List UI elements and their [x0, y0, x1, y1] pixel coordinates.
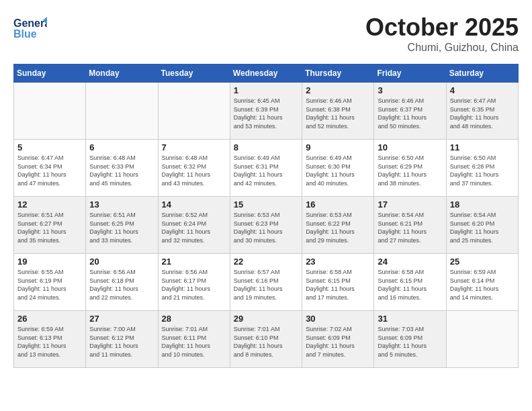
day-number: 30 — [306, 314, 370, 324]
day-info: Sunrise: 7:02 AM Sunset: 6:09 PM Dayligh… — [306, 325, 370, 359]
day-number: 11 — [450, 142, 515, 152]
calendar-day: 27Sunrise: 7:00 AM Sunset: 6:12 PM Dayli… — [86, 311, 158, 368]
day-info: Sunrise: 6:46 AM Sunset: 6:37 PM Dayligh… — [378, 97, 442, 130]
header: General Blue October 2025 Chumi, Guizhou… — [13, 13, 519, 54]
day-number: 8 — [234, 142, 298, 152]
month-title: October 2025 — [365, 13, 519, 42]
day-number: 31 — [378, 314, 442, 324]
day-number: 25 — [450, 257, 515, 267]
day-info: Sunrise: 6:58 AM Sunset: 6:15 PM Dayligh… — [378, 268, 442, 302]
day-info: Sunrise: 6:51 AM Sunset: 6:25 PM Dayligh… — [89, 211, 154, 244]
day-number: 17 — [378, 199, 442, 210]
day-number: 15 — [234, 199, 298, 210]
weekday-header-friday: Friday — [374, 64, 446, 83]
day-number: 27 — [89, 314, 154, 324]
calendar-day: 19Sunrise: 6:55 AM Sunset: 6:19 PM Dayli… — [14, 254, 86, 311]
day-number: 4 — [450, 85, 515, 95]
calendar-day: 14Sunrise: 6:52 AM Sunset: 6:24 PM Dayli… — [158, 197, 230, 254]
day-info: Sunrise: 6:59 AM Sunset: 6:14 PM Dayligh… — [450, 268, 515, 302]
calendar-day: 6Sunrise: 6:48 AM Sunset: 6:33 PM Daylig… — [86, 140, 158, 197]
day-info: Sunrise: 7:03 AM Sunset: 6:09 PM Dayligh… — [378, 325, 442, 359]
weekday-header-tuesday: Tuesday — [158, 64, 230, 83]
day-info: Sunrise: 6:55 AM Sunset: 6:19 PM Dayligh… — [17, 268, 82, 302]
calendar-day: 18Sunrise: 6:54 AM Sunset: 6:20 PM Dayli… — [446, 197, 518, 254]
weekday-header-wednesday: Wednesday — [230, 64, 302, 83]
calendar-week-5: 26Sunrise: 6:59 AM Sunset: 6:13 PM Dayli… — [14, 311, 519, 368]
calendar-day: 23Sunrise: 6:58 AM Sunset: 6:15 PM Dayli… — [302, 254, 374, 311]
calendar-day: 4Sunrise: 6:47 AM Sunset: 6:35 PM Daylig… — [446, 83, 518, 140]
calendar-day: 15Sunrise: 6:53 AM Sunset: 6:23 PM Dayli… — [230, 197, 302, 254]
calendar-day: 20Sunrise: 6:56 AM Sunset: 6:18 PM Dayli… — [86, 254, 158, 311]
day-number: 2 — [306, 85, 370, 95]
svg-text:General: General — [13, 17, 47, 29]
day-info: Sunrise: 6:47 AM Sunset: 6:34 PM Dayligh… — [17, 154, 82, 187]
day-number: 18 — [450, 199, 515, 210]
location: Chumi, Guizhou, China — [365, 42, 519, 54]
day-info: Sunrise: 7:01 AM Sunset: 6:10 PM Dayligh… — [234, 325, 298, 359]
day-info: Sunrise: 6:54 AM Sunset: 6:20 PM Dayligh… — [450, 211, 515, 244]
calendar-day: 5Sunrise: 6:47 AM Sunset: 6:34 PM Daylig… — [14, 140, 86, 197]
calendar-day: 11Sunrise: 6:50 AM Sunset: 6:28 PM Dayli… — [446, 140, 518, 197]
day-info: Sunrise: 6:48 AM Sunset: 6:32 PM Dayligh… — [162, 154, 226, 187]
calendar-day: 1Sunrise: 6:45 AM Sunset: 6:39 PM Daylig… — [230, 83, 302, 140]
calendar-day: 3Sunrise: 6:46 AM Sunset: 6:37 PM Daylig… — [374, 83, 446, 140]
day-number: 20 — [89, 257, 154, 267]
day-number: 5 — [17, 142, 82, 152]
calendar-week-4: 19Sunrise: 6:55 AM Sunset: 6:19 PM Dayli… — [14, 254, 519, 311]
calendar-week-3: 12Sunrise: 6:51 AM Sunset: 6:27 PM Dayli… — [14, 197, 519, 254]
day-info: Sunrise: 6:56 AM Sunset: 6:17 PM Dayligh… — [162, 268, 226, 302]
calendar-day: 7Sunrise: 6:48 AM Sunset: 6:32 PM Daylig… — [158, 140, 230, 197]
calendar-day: 29Sunrise: 7:01 AM Sunset: 6:10 PM Dayli… — [230, 311, 302, 368]
day-number: 14 — [162, 199, 226, 210]
calendar-day: 2Sunrise: 6:46 AM Sunset: 6:38 PM Daylig… — [302, 83, 374, 140]
calendar-day — [14, 83, 86, 140]
day-info: Sunrise: 6:47 AM Sunset: 6:35 PM Dayligh… — [450, 97, 515, 130]
day-info: Sunrise: 6:51 AM Sunset: 6:27 PM Dayligh… — [17, 211, 82, 244]
day-info: Sunrise: 6:46 AM Sunset: 6:38 PM Dayligh… — [306, 97, 370, 130]
day-number: 7 — [162, 142, 226, 152]
day-number: 19 — [17, 257, 82, 267]
day-number: 3 — [378, 85, 442, 95]
day-number: 21 — [162, 257, 226, 267]
calendar-table: SundayMondayTuesdayWednesdayThursdayFrid… — [13, 64, 519, 368]
calendar-day — [446, 311, 518, 368]
weekday-header-row: SundayMondayTuesdayWednesdayThursdayFrid… — [14, 64, 519, 83]
day-info: Sunrise: 6:48 AM Sunset: 6:33 PM Dayligh… — [89, 154, 154, 187]
calendar-day: 26Sunrise: 6:59 AM Sunset: 6:13 PM Dayli… — [14, 311, 86, 368]
calendar-day: 12Sunrise: 6:51 AM Sunset: 6:27 PM Dayli… — [14, 197, 86, 254]
day-number: 24 — [378, 257, 442, 267]
day-info: Sunrise: 6:49 AM Sunset: 6:30 PM Dayligh… — [306, 154, 370, 187]
day-number: 9 — [306, 142, 370, 152]
day-number: 26 — [17, 314, 82, 324]
weekday-header-thursday: Thursday — [302, 64, 374, 83]
calendar-day: 16Sunrise: 6:53 AM Sunset: 6:22 PM Dayli… — [302, 197, 374, 254]
calendar-day: 31Sunrise: 7:03 AM Sunset: 6:09 PM Dayli… — [374, 311, 446, 368]
weekday-header-monday: Monday — [86, 64, 158, 83]
day-info: Sunrise: 6:45 AM Sunset: 6:39 PM Dayligh… — [234, 97, 298, 130]
day-number: 23 — [306, 257, 370, 267]
day-info: Sunrise: 6:50 AM Sunset: 6:28 PM Dayligh… — [450, 154, 515, 187]
calendar-day: 22Sunrise: 6:57 AM Sunset: 6:16 PM Dayli… — [230, 254, 302, 311]
day-info: Sunrise: 7:01 AM Sunset: 6:11 PM Dayligh… — [162, 325, 226, 359]
logo-icon: General Blue — [13, 13, 47, 44]
calendar-day: 28Sunrise: 7:01 AM Sunset: 6:11 PM Dayli… — [158, 311, 230, 368]
day-info: Sunrise: 6:54 AM Sunset: 6:21 PM Dayligh… — [378, 211, 442, 244]
weekday-header-sunday: Sunday — [14, 64, 86, 83]
calendar-day: 10Sunrise: 6:50 AM Sunset: 6:29 PM Dayli… — [374, 140, 446, 197]
day-info: Sunrise: 6:58 AM Sunset: 6:15 PM Dayligh… — [306, 268, 370, 302]
day-number: 28 — [162, 314, 226, 324]
day-info: Sunrise: 6:52 AM Sunset: 6:24 PM Dayligh… — [162, 211, 226, 244]
day-info: Sunrise: 6:56 AM Sunset: 6:18 PM Dayligh… — [89, 268, 154, 302]
calendar-day: 24Sunrise: 6:58 AM Sunset: 6:15 PM Dayli… — [374, 254, 446, 311]
calendar-day: 30Sunrise: 7:02 AM Sunset: 6:09 PM Dayli… — [302, 311, 374, 368]
calendar-week-1: 1Sunrise: 6:45 AM Sunset: 6:39 PM Daylig… — [14, 83, 519, 140]
day-number: 1 — [234, 85, 298, 95]
calendar-day: 25Sunrise: 6:59 AM Sunset: 6:14 PM Dayli… — [446, 254, 518, 311]
day-number: 10 — [378, 142, 442, 152]
weekday-header-saturday: Saturday — [446, 64, 518, 83]
day-number: 13 — [89, 199, 154, 210]
calendar-day — [86, 83, 158, 140]
day-info: Sunrise: 6:49 AM Sunset: 6:31 PM Dayligh… — [234, 154, 298, 187]
day-info: Sunrise: 6:50 AM Sunset: 6:29 PM Dayligh… — [378, 154, 442, 187]
day-number: 12 — [17, 199, 82, 210]
